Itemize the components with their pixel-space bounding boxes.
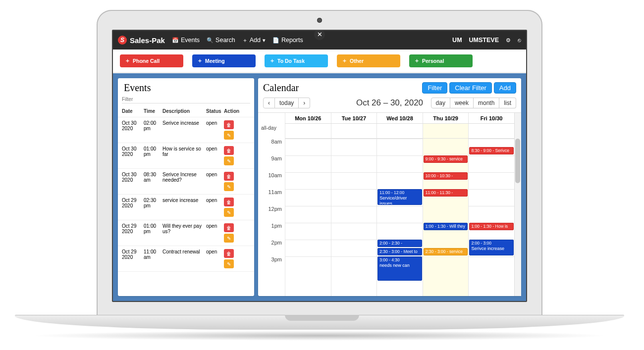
calendar-event[interactable]: 10:00 - 10:30 - service bbox=[424, 172, 468, 180]
hour-label: 9am bbox=[258, 155, 285, 172]
calendar-today-button[interactable]: today bbox=[275, 98, 299, 108]
calendar-day-header[interactable]: Mon 10/26 bbox=[285, 113, 331, 123]
calendar-range: Oct 26 – 30, 2020 bbox=[356, 98, 423, 108]
delete-button[interactable]: 🗑 bbox=[224, 223, 234, 232]
table-row: Oct 29 202001:00 pmWill they ever pay us… bbox=[118, 220, 254, 246]
calendar-add-button[interactable]: Add bbox=[494, 82, 516, 94]
calendar-day-header[interactable]: Fri 10/30 bbox=[468, 113, 514, 123]
close-icon[interactable]: ✕ bbox=[314, 30, 325, 40]
plus-icon: ＋ bbox=[197, 57, 203, 64]
nav-search[interactable]: 🔍 Search bbox=[207, 37, 235, 44]
plus-icon: ＋ bbox=[414, 57, 420, 64]
calendar-day-column[interactable]: 11:00 - 12:00Service/driver issues2:00 -… bbox=[376, 139, 423, 296]
allday-cell[interactable] bbox=[423, 124, 469, 138]
brand[interactable]: S Sales-Pak bbox=[118, 36, 165, 45]
add-other-button[interactable]: ＋Other bbox=[337, 54, 400, 67]
user-name[interactable]: UMSTEVE bbox=[469, 37, 499, 44]
calendar-event[interactable]: 1:00 - 1:30 - How is bbox=[469, 223, 514, 230]
delete-button[interactable]: 🗑 bbox=[224, 120, 234, 129]
table-row: Oct 29 202011:00 amContract renewalopen🗑… bbox=[118, 246, 254, 272]
allday-cell[interactable] bbox=[468, 124, 514, 138]
search-icon: 🔍 bbox=[207, 37, 214, 44]
nav-add[interactable]: ＋ Add ▾ bbox=[242, 37, 266, 44]
plus-icon: ＋ bbox=[269, 57, 275, 64]
event-type-bar: ＋Phone Call ＋Meeting ＋To Do Task ＋Other … bbox=[113, 50, 526, 73]
calendar-clear-filter-button[interactable]: Clear Filter bbox=[449, 82, 492, 94]
calendar-event[interactable]: 11:00 - 12:00Service/driver issues bbox=[377, 189, 422, 205]
plus-icon: ＋ bbox=[342, 57, 347, 64]
edit-button[interactable]: ✎ bbox=[224, 234, 234, 243]
laptop-shadow bbox=[30, 331, 609, 341]
calendar-day-column[interactable] bbox=[331, 139, 377, 296]
calendar-title: Calendar bbox=[263, 82, 420, 94]
calendar-panel: Calendar Filter Clear Filter Add ‹ today… bbox=[258, 78, 521, 296]
add-phone-call-button[interactable]: ＋Phone Call bbox=[120, 54, 183, 67]
add-todo-button[interactable]: ＋To Do Task bbox=[265, 54, 328, 67]
plus-icon: ＋ bbox=[125, 57, 130, 64]
gear-icon[interactable]: ⚙ bbox=[506, 37, 511, 44]
calendar-day-header[interactable]: Tue 10/27 bbox=[331, 113, 377, 123]
add-meeting-button[interactable]: ＋Meeting bbox=[192, 54, 256, 67]
events-table: Date Time Description Status Action Oct … bbox=[118, 105, 254, 296]
calendar-event[interactable]: 9:00 - 9:30 - service bbox=[424, 155, 468, 163]
scrollbar-track[interactable] bbox=[514, 113, 521, 296]
logout-icon[interactable]: ⎋ bbox=[518, 37, 521, 43]
scrollbar-thumb[interactable] bbox=[515, 139, 520, 183]
allday-cell[interactable] bbox=[331, 124, 377, 138]
delete-button[interactable]: 🗑 bbox=[224, 198, 234, 206]
calendar-event[interactable]: 3:00 - 4:30needs new can bbox=[377, 256, 422, 281]
allday-cell[interactable] bbox=[376, 124, 423, 138]
calendar-day-column[interactable]: 9:00 - 9:30 - service10:00 - 10:30 - ser… bbox=[423, 139, 469, 296]
content-body: Events Date Time Description Status Acti… bbox=[113, 73, 526, 301]
view-week-button[interactable]: week bbox=[450, 98, 474, 108]
calendar-event[interactable]: 2:30 - 3:00 - service bbox=[424, 248, 468, 255]
view-list-button[interactable]: list bbox=[499, 98, 516, 108]
calendar-event[interactable]: 8:30 - 9:00 - Serivce bbox=[469, 147, 514, 154]
calendar-event[interactable]: 2:00 - 2:30 - Ownership bbox=[377, 240, 422, 247]
screen: ✕ S Sales-Pak 📅 Events 🔍 Search ＋ Add ▾ … bbox=[112, 30, 527, 302]
time-labels: 8am9am10am11am12pm1pm2pm3pm bbox=[258, 139, 285, 273]
nav-reports[interactable]: 📄 Reports bbox=[272, 37, 303, 44]
calendar-day-header[interactable]: Wed 10/28 bbox=[376, 113, 423, 123]
hour-label: 12pm bbox=[258, 206, 285, 223]
file-icon: 📄 bbox=[272, 37, 279, 44]
edit-button[interactable]: ✎ bbox=[224, 131, 234, 140]
calendar-event[interactable]: 11:00 - 11:30 - Contract bbox=[424, 189, 468, 197]
add-personal-button[interactable]: ＋Personal bbox=[409, 54, 473, 67]
brand-name: Sales-Pak bbox=[130, 36, 165, 45]
table-row: Oct 30 202002:00 pmSerivce increaseopen🗑… bbox=[118, 117, 254, 143]
table-row: Oct 30 202001:00 pmHow is service so far… bbox=[118, 143, 254, 169]
calendar-day-header[interactable]: Thu 10/29 bbox=[423, 113, 469, 123]
calendar-event[interactable]: 1:00 - 1:30 - Will they bbox=[424, 223, 468, 230]
delete-button[interactable]: 🗑 bbox=[224, 172, 234, 181]
calendar-time-body: 8am9am10am11am12pm1pm2pm3pm 11:00 - 12:0… bbox=[258, 139, 521, 296]
calendar-event[interactable]: 2:00 - 3:00Serivce increase bbox=[469, 240, 514, 255]
hour-label: 10am bbox=[258, 172, 285, 189]
calendar-event[interactable]: 2:30 - 3:00 - Meet to bbox=[377, 248, 422, 255]
edit-button[interactable]: ✎ bbox=[224, 259, 234, 268]
hour-label: 1pm bbox=[258, 223, 285, 240]
calendar-prev-button[interactable]: ‹ bbox=[263, 98, 275, 108]
edit-button[interactable]: ✎ bbox=[224, 208, 234, 217]
delete-button[interactable]: 🗑 bbox=[224, 249, 234, 258]
delete-button[interactable]: 🗑 bbox=[224, 146, 234, 155]
calendar-day-column[interactable] bbox=[285, 139, 331, 296]
calendar-day-column[interactable]: 8:30 - 9:00 - Serivce1:00 - 1:30 - How i… bbox=[468, 139, 514, 296]
allday-cell[interactable] bbox=[285, 124, 331, 138]
edit-button[interactable]: ✎ bbox=[224, 156, 234, 165]
calendar-filter-button[interactable]: Filter bbox=[422, 82, 447, 94]
hour-label: 3pm bbox=[258, 256, 285, 273]
allday-label: all-day bbox=[261, 125, 283, 131]
view-day-button[interactable]: day bbox=[431, 98, 450, 108]
calendar-next-button[interactable]: › bbox=[299, 98, 310, 108]
table-row: Oct 30 202008:30 amSerivce Increse neede… bbox=[118, 169, 254, 195]
brand-logo-icon: S bbox=[118, 36, 127, 45]
hour-label: 11am bbox=[258, 189, 285, 206]
nav-events[interactable]: 📅 Events bbox=[172, 37, 200, 44]
calendar-icon: 📅 bbox=[172, 37, 179, 44]
calendar-nav: ‹ today › Oct 26 – 30, 2020 day week mon… bbox=[258, 95, 521, 112]
events-title: Events bbox=[118, 78, 254, 96]
events-filter-input[interactable] bbox=[122, 96, 250, 103]
view-month-button[interactable]: month bbox=[474, 98, 499, 108]
edit-button[interactable]: ✎ bbox=[224, 182, 234, 191]
